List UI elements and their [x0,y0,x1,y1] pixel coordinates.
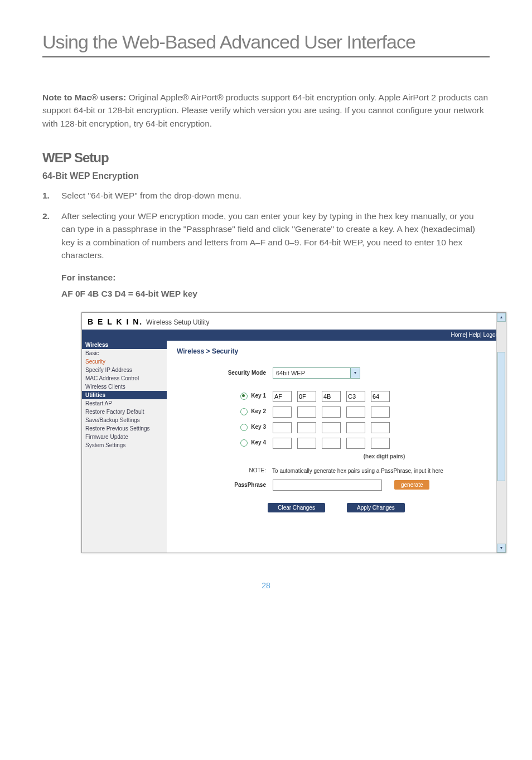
generate-button[interactable]: generate [394,480,429,490]
key4-hex-2[interactable] [297,438,316,449]
main-panel: Wireless > Security Security Mode 64bit … [167,341,506,553]
sidebar-item-basic[interactable]: Basic [82,349,167,357]
key4-hex-5[interactable] [371,438,390,449]
app-screenshot: B E L K I N. Wireless Setup Utility Home… [81,312,506,553]
radio-key-4[interactable] [240,439,248,447]
key1-hex-2[interactable] [297,391,316,402]
sidebar-item-system-settings[interactable]: System Settings [82,441,167,449]
key3-label: Key 3 [251,424,266,430]
radio-key-1[interactable] [240,393,248,400]
apply-changes-button[interactable]: Apply Changes [347,503,405,512]
scroll-thumb[interactable] [497,352,505,481]
passphrase-input[interactable] [273,480,382,491]
note-strong: Note to Mac® users: [42,93,126,102]
key3-hex-3[interactable] [322,422,341,433]
clear-changes-button[interactable]: Clear Changes [268,503,325,512]
page-title: Using the Web-Based Advanced User Interf… [42,31,490,53]
step-number-2: 2. [42,210,61,262]
key2-hex-2[interactable] [297,406,316,418]
note-paragraph: Note to Mac® users: Original Apple® AirP… [42,91,490,130]
app-brand: B E L K I N. Wireless Setup Utility [82,313,506,330]
sidebar-item-security[interactable]: Security [82,357,167,366]
sidebar-header-wireless: Wireless [82,341,167,349]
key2-label: Key 2 [251,409,266,415]
scroll-down-icon[interactable]: ▾ [497,544,506,553]
key2-hex-1[interactable] [273,406,292,418]
hex-digit-pairs-label: (hex digit pairs) [273,453,496,459]
section-title: WEP Setup [42,150,490,166]
sidebar-item-specify-ip[interactable]: Specify IP Address [82,366,167,374]
security-mode-select[interactable]: 64bit WEP ▾ [273,367,360,379]
sidebar: Wireless Basic Security Specify IP Addre… [82,341,167,553]
breadcrumb: Wireless > Security [177,347,496,355]
sidebar-item-firmware-update[interactable]: Firmware Update [82,433,167,441]
sidebar-item-restart-ap[interactable]: Restart AP [82,399,167,408]
step-text-2: After selecting your WEP encryption mode… [61,210,490,262]
note-text: To automatically generate hex pairs usin… [272,468,478,474]
key3-hex-2[interactable] [297,422,316,433]
note-label: NOTE: [238,467,270,473]
key2-hex-5[interactable] [371,406,390,418]
sidebar-item-mac-control[interactable]: MAC Address Control [82,374,167,383]
key1-hex-3[interactable] [322,391,341,402]
key2-hex-4[interactable] [346,406,365,418]
sidebar-item-save-backup[interactable]: Save/Backup Settings [82,416,167,424]
key3-hex-4[interactable] [346,422,365,433]
page-number: 28 [42,581,490,590]
scroll-up-icon[interactable]: ▴ [497,313,506,322]
topbar-links[interactable]: Home| Help| Logout [451,332,500,338]
key4-hex-3[interactable] [322,438,341,449]
subsection-title: 64-Bit WEP Encryption [42,171,490,181]
key1-hex-5[interactable] [371,391,390,402]
key4-hex-4[interactable] [346,438,365,449]
step-text-1: Select "64-bit WEP" from the drop-down m… [61,189,490,202]
radio-key-2[interactable] [240,408,248,415]
sidebar-item-restore-factory[interactable]: Restore Factory Default [82,408,167,416]
key1-label: Key 1 [251,393,266,399]
wep-example: AF 0F 4B C3 D4 = 64-bit WEP key [61,285,490,302]
key2-hex-3[interactable] [322,406,341,418]
for-instance-label: For instance: [61,269,490,285]
step-number-1: 1. [42,189,61,202]
key4-hex-1[interactable] [273,438,292,449]
security-mode-label: Security Mode [177,370,273,376]
brand-text: B E L K I N. [88,317,143,326]
chevron-down-icon: ▾ [350,368,360,378]
key4-label: Key 4 [251,440,266,446]
key1-hex-1[interactable] [273,391,292,402]
sidebar-item-restore-previous[interactable]: Restore Previous Settings [82,424,167,433]
sidebar-header-utilities: Utilities [82,391,167,399]
key3-hex-1[interactable] [273,422,292,433]
key1-hex-4[interactable] [346,391,365,402]
security-mode-value: 64bit WEP [276,370,350,376]
sidebar-item-wireless-clients[interactable]: Wireless Clients [82,383,167,391]
scrollbar[interactable]: ▴ ▾ [496,313,506,553]
key3-hex-5[interactable] [371,422,390,433]
radio-key-3[interactable] [240,424,248,431]
passphrase-label: PassPhrase [177,482,273,488]
brand-sub: Wireless Setup Utility [146,318,209,326]
